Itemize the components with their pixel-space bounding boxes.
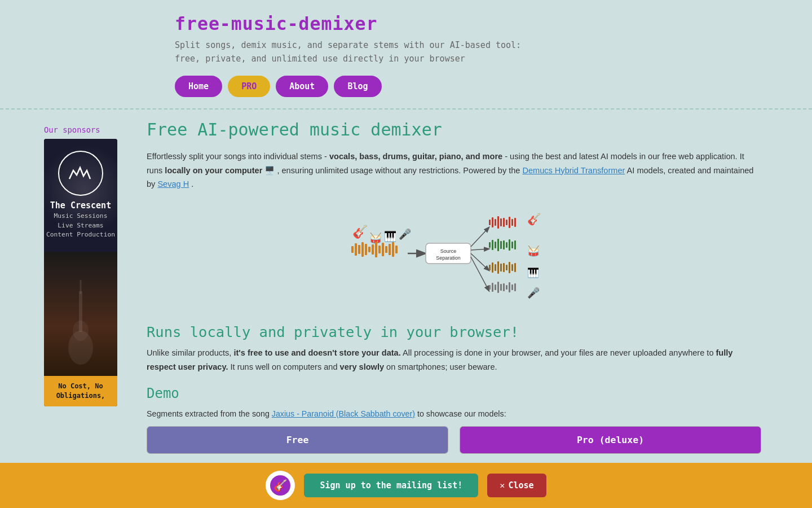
svg-text:🎸: 🎸 (527, 212, 541, 226)
privacy-end2: on smartphones; user beware. (386, 362, 497, 371)
intro-local-bold: locally on your computer (165, 166, 262, 175)
svg-rect-72 (511, 284, 513, 290)
svg-rect-16 (378, 246, 381, 253)
nav-about[interactable]: About (276, 76, 328, 97)
svg-text:🎹: 🎹 (527, 267, 540, 279)
svg-rect-17 (382, 243, 384, 256)
svg-rect-71 (509, 282, 510, 292)
svg-rect-70 (506, 285, 508, 290)
svg-rect-45 (497, 239, 499, 251)
demo-col-pro: Pro (deluxe) (460, 426, 761, 454)
svg-rect-18 (385, 246, 387, 253)
sponsor-label: Our sponsors (44, 125, 125, 134)
site-subtitle: Split songs, demix music, and separate s… (175, 38, 660, 65)
svg-rect-54 (492, 262, 493, 273)
svg-rect-15 (375, 242, 377, 257)
privacy-end: It runs well on computers and (231, 362, 338, 371)
svg-rect-59 (506, 265, 508, 270)
svg-rect-73 (514, 283, 516, 291)
svg-rect-33 (495, 219, 496, 226)
svg-rect-42 (489, 242, 491, 248)
svg-rect-40 (514, 218, 516, 227)
sponsor-card: The Crescent Music Sessions Live Streams… (44, 139, 117, 406)
svg-rect-3 (80, 280, 82, 294)
subtitle-line1: Split songs, demix music, and separate s… (175, 40, 521, 50)
svg-text:Source: Source (440, 248, 457, 254)
svg-rect-31 (489, 220, 491, 225)
svg-rect-32 (492, 217, 493, 227)
svg-rect-20 (392, 242, 394, 257)
svg-rect-10 (358, 245, 360, 254)
svg-rect-44 (495, 242, 496, 248)
intro-para-end: , ensuring unlimited usage without any r… (277, 166, 520, 175)
sponsor-cta[interactable]: No Cost, No Obligations, (44, 376, 117, 406)
privacy-pre: Unlike similar products, (147, 348, 231, 357)
source-separation-diagram: 🎸 🥁 🎹 🎤 (147, 199, 761, 312)
nav-home[interactable]: Home (175, 76, 222, 97)
sponsor-logo-circle (58, 151, 103, 196)
sponsor-desc: Music Sessions Live Streams Content Prod… (46, 212, 115, 240)
demo-table: Free Pro (deluxe) (147, 426, 761, 454)
demucs-link[interactable]: Demucs Hybrid Transformer (522, 166, 625, 175)
svg-text:🥁: 🥁 (527, 245, 540, 257)
main-layout: Our sponsors The Crescent Music Sessions… (39, 110, 773, 465)
privacy-bold3: very slowly (340, 362, 384, 371)
svg-rect-21 (395, 246, 398, 253)
sponsor-photo (44, 252, 117, 376)
svg-text:🎤: 🎤 (399, 228, 412, 240)
svg-line-27 (471, 249, 489, 250)
svg-rect-11 (361, 242, 364, 257)
svg-rect-62 (514, 263, 516, 272)
svg-rect-9 (355, 243, 357, 256)
sevagh-link[interactable]: Sevag H (157, 179, 189, 189)
intro-para-end3: . (191, 179, 193, 189)
svg-rect-61 (511, 264, 513, 271)
svg-rect-12 (365, 244, 367, 255)
nav-blog[interactable]: Blog (334, 76, 381, 97)
svg-rect-57 (500, 264, 502, 271)
privacy-mid: All processing is done in your browser, … (403, 348, 713, 357)
site-title: free-music-demixer (175, 14, 660, 34)
svg-rect-58 (503, 263, 505, 272)
svg-rect-46 (500, 241, 502, 249)
sidebar: Our sponsors The Crescent Music Sessions… (39, 120, 130, 465)
svg-rect-48 (506, 242, 508, 248)
svg-rect-38 (509, 217, 510, 228)
svg-rect-64 (489, 285, 491, 290)
content-area: Free AI-powered music demixer Effortless… (130, 120, 773, 465)
svg-rect-66 (495, 284, 496, 290)
privacy-bold1: it's free to use and doesn't store your … (233, 348, 400, 357)
demo-para: Segments extracted from the song Jaxius … (147, 407, 761, 421)
svg-rect-47 (503, 240, 505, 249)
privacy-para: Unlike similar products, it's free to us… (147, 346, 761, 374)
demo-link[interactable]: Jaxius - Paranoid (Black Sabbath cover) (272, 409, 415, 418)
section1-heading: Runs locally and privately in your brows… (147, 323, 761, 340)
nav-pro[interactable]: PRO (228, 76, 270, 97)
svg-rect-8 (351, 246, 354, 253)
svg-rect-19 (389, 244, 391, 255)
demo-col-free: Free (147, 426, 448, 454)
intro-para: Effortlessly split your songs into indiv… (147, 150, 761, 191)
svg-rect-36 (503, 218, 505, 227)
sponsor-image: The Crescent Music Sessions Live Streams… (44, 139, 117, 252)
svg-rect-51 (514, 240, 516, 249)
svg-rect-39 (511, 219, 513, 226)
svg-rect-2 (79, 291, 82, 332)
svg-rect-14 (372, 244, 374, 255)
svg-rect-35 (500, 218, 502, 226)
demo-col-pro-header: Pro (deluxe) (460, 427, 761, 453)
header: free-music-demixer Split songs, demix mu… (0, 0, 812, 110)
svg-rect-56 (497, 261, 499, 274)
svg-rect-69 (503, 283, 505, 291)
page-heading: Free AI-powered music demixer (147, 120, 761, 139)
svg-text:Separation: Separation (436, 255, 461, 261)
svg-rect-65 (492, 283, 493, 292)
intro-para-pre: Effortlessly split your songs into indiv… (147, 152, 327, 161)
demo-heading: Demo (147, 386, 761, 401)
svg-rect-55 (495, 264, 496, 271)
demo-col-free-header: Free (147, 427, 448, 453)
svg-rect-50 (511, 242, 513, 248)
notification-bar: 🎸 Sign up to the mailing list! ✕ Close (0, 463, 812, 465)
svg-rect-34 (497, 216, 499, 229)
subtitle-line2: free, private, and unlimited use directl… (175, 54, 465, 64)
